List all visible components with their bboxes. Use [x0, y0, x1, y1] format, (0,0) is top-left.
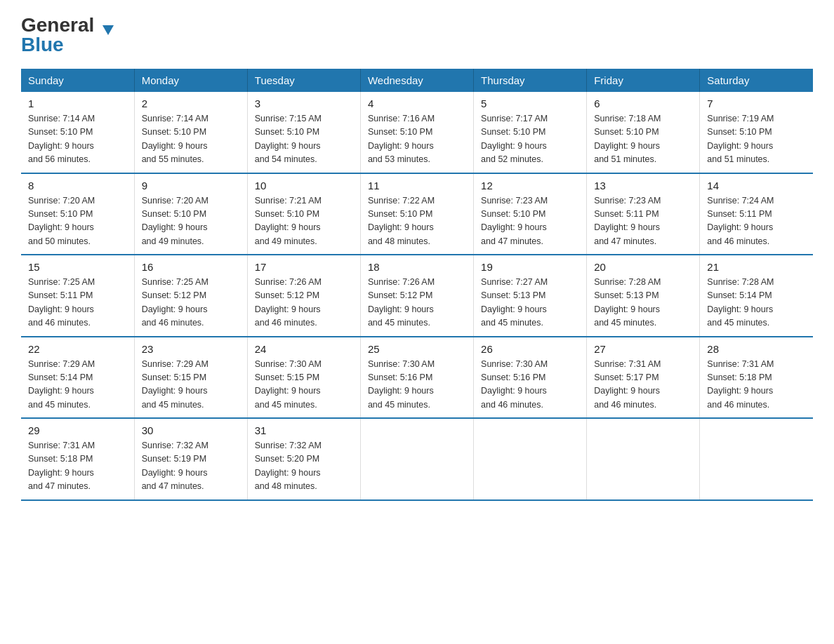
day-cell: 12Sunrise: 7:23 AMSunset: 5:10 PMDayligh…	[474, 173, 587, 255]
day-info: Sunrise: 7:30 AMSunset: 5:15 PMDaylight:…	[255, 358, 353, 412]
day-cell: 7Sunrise: 7:19 AMSunset: 5:10 PMDaylight…	[700, 92, 813, 173]
header-monday: Monday	[134, 69, 247, 92]
day-info: Sunrise: 7:26 AMSunset: 5:12 PMDaylight:…	[368, 276, 466, 330]
day-cell: 10Sunrise: 7:21 AMSunset: 5:10 PMDayligh…	[247, 173, 360, 255]
day-cell: 26Sunrise: 7:30 AMSunset: 5:16 PMDayligh…	[474, 337, 587, 419]
day-number: 20	[594, 261, 692, 273]
day-number: 26	[481, 343, 579, 355]
day-info: Sunrise: 7:29 AMSunset: 5:14 PMDaylight:…	[28, 358, 127, 412]
day-cell: 14Sunrise: 7:24 AMSunset: 5:11 PMDayligh…	[700, 173, 813, 255]
day-info: Sunrise: 7:25 AMSunset: 5:11 PMDaylight:…	[28, 276, 127, 330]
day-info: Sunrise: 7:18 AMSunset: 5:10 PMDaylight:…	[594, 112, 692, 167]
day-number: 12	[481, 180, 579, 192]
day-cell: 30Sunrise: 7:32 AMSunset: 5:19 PMDayligh…	[134, 418, 247, 500]
day-cell: 21Sunrise: 7:28 AMSunset: 5:14 PMDayligh…	[700, 255, 813, 337]
day-cell: 13Sunrise: 7:23 AMSunset: 5:11 PMDayligh…	[587, 173, 700, 255]
day-info: Sunrise: 7:30 AMSunset: 5:16 PMDaylight:…	[368, 358, 466, 412]
day-cell: 11Sunrise: 7:22 AMSunset: 5:10 PMDayligh…	[360, 173, 473, 255]
header-thursday: Thursday	[474, 69, 587, 92]
week-row-3: 15Sunrise: 7:25 AMSunset: 5:11 PMDayligh…	[21, 255, 813, 337]
day-info: Sunrise: 7:29 AMSunset: 5:15 PMDaylight:…	[142, 358, 240, 412]
day-cell	[587, 418, 700, 500]
day-cell: 25Sunrise: 7:30 AMSunset: 5:16 PMDayligh…	[360, 337, 473, 419]
day-cell	[474, 418, 587, 500]
header-wednesday: Wednesday	[360, 69, 473, 92]
day-info: Sunrise: 7:26 AMSunset: 5:12 PMDaylight:…	[255, 276, 353, 330]
day-number: 25	[368, 343, 466, 355]
day-cell: 16Sunrise: 7:25 AMSunset: 5:12 PMDayligh…	[134, 255, 247, 337]
day-number: 9	[142, 180, 240, 192]
day-info: Sunrise: 7:31 AMSunset: 5:18 PMDaylight:…	[707, 358, 806, 412]
page-header: General Blue	[21, 14, 813, 56]
day-cell	[700, 418, 813, 500]
day-cell: 29Sunrise: 7:31 AMSunset: 5:18 PMDayligh…	[21, 418, 134, 500]
day-info: Sunrise: 7:14 AMSunset: 5:10 PMDaylight:…	[28, 112, 127, 167]
day-info: Sunrise: 7:23 AMSunset: 5:10 PMDaylight:…	[481, 194, 579, 249]
day-cell: 4Sunrise: 7:16 AMSunset: 5:10 PMDaylight…	[360, 92, 473, 173]
day-number: 10	[255, 180, 353, 192]
day-info: Sunrise: 7:22 AMSunset: 5:10 PMDaylight:…	[368, 194, 466, 249]
day-info: Sunrise: 7:28 AMSunset: 5:13 PMDaylight:…	[594, 276, 692, 330]
day-cell: 31Sunrise: 7:32 AMSunset: 5:20 PMDayligh…	[247, 418, 360, 500]
calendar-table: SundayMondayTuesdayWednesdayThursdayFrid…	[21, 69, 813, 501]
day-info: Sunrise: 7:31 AMSunset: 5:18 PMDaylight:…	[28, 439, 127, 494]
day-cell: 28Sunrise: 7:31 AMSunset: 5:18 PMDayligh…	[700, 337, 813, 419]
day-number: 15	[28, 261, 127, 273]
day-number: 23	[142, 343, 240, 355]
day-info: Sunrise: 7:20 AMSunset: 5:10 PMDaylight:…	[142, 194, 240, 249]
day-cell	[360, 418, 473, 500]
day-cell: 6Sunrise: 7:18 AMSunset: 5:10 PMDaylight…	[587, 92, 700, 173]
day-number: 18	[368, 261, 466, 273]
day-number: 4	[368, 98, 466, 109]
day-cell: 1Sunrise: 7:14 AMSunset: 5:10 PMDaylight…	[21, 92, 134, 173]
day-cell: 18Sunrise: 7:26 AMSunset: 5:12 PMDayligh…	[360, 255, 473, 337]
day-number: 17	[255, 261, 353, 273]
day-cell: 15Sunrise: 7:25 AMSunset: 5:11 PMDayligh…	[21, 255, 134, 337]
day-info: Sunrise: 7:28 AMSunset: 5:14 PMDaylight:…	[707, 276, 806, 330]
day-number: 24	[255, 343, 353, 355]
day-cell: 3Sunrise: 7:15 AMSunset: 5:10 PMDaylight…	[247, 92, 360, 173]
day-number: 29	[28, 424, 127, 436]
day-number: 19	[481, 261, 579, 273]
day-info: Sunrise: 7:23 AMSunset: 5:11 PMDaylight:…	[594, 194, 692, 249]
day-info: Sunrise: 7:31 AMSunset: 5:17 PMDaylight:…	[594, 358, 692, 412]
day-number: 14	[707, 180, 806, 192]
day-cell: 23Sunrise: 7:29 AMSunset: 5:15 PMDayligh…	[134, 337, 247, 419]
logo: General Blue	[21, 14, 102, 56]
header-saturday: Saturday	[700, 69, 813, 92]
day-cell: 2Sunrise: 7:14 AMSunset: 5:10 PMDaylight…	[134, 92, 247, 173]
day-cell: 27Sunrise: 7:31 AMSunset: 5:17 PMDayligh…	[587, 337, 700, 419]
day-info: Sunrise: 7:20 AMSunset: 5:10 PMDaylight:…	[28, 194, 127, 249]
header-sunday: Sunday	[21, 69, 134, 92]
week-row-2: 8Sunrise: 7:20 AMSunset: 5:10 PMDaylight…	[21, 173, 813, 255]
day-info: Sunrise: 7:24 AMSunset: 5:11 PMDaylight:…	[707, 194, 806, 249]
day-number: 3	[255, 98, 353, 109]
day-number: 31	[255, 424, 353, 436]
header-friday: Friday	[587, 69, 700, 92]
day-info: Sunrise: 7:16 AMSunset: 5:10 PMDaylight:…	[368, 112, 466, 167]
day-info: Sunrise: 7:30 AMSunset: 5:16 PMDaylight:…	[481, 358, 579, 412]
day-number: 7	[707, 98, 806, 109]
day-cell: 22Sunrise: 7:29 AMSunset: 5:14 PMDayligh…	[21, 337, 134, 419]
day-cell: 20Sunrise: 7:28 AMSunset: 5:13 PMDayligh…	[587, 255, 700, 337]
day-number: 2	[142, 98, 240, 109]
day-number: 28	[707, 343, 806, 355]
week-row-5: 29Sunrise: 7:31 AMSunset: 5:18 PMDayligh…	[21, 418, 813, 500]
day-cell: 17Sunrise: 7:26 AMSunset: 5:12 PMDayligh…	[247, 255, 360, 337]
day-number: 1	[28, 98, 127, 109]
day-info: Sunrise: 7:21 AMSunset: 5:10 PMDaylight:…	[255, 194, 353, 249]
svg-marker-0	[102, 25, 114, 35]
day-info: Sunrise: 7:25 AMSunset: 5:12 PMDaylight:…	[142, 276, 240, 330]
day-cell: 24Sunrise: 7:30 AMSunset: 5:15 PMDayligh…	[247, 337, 360, 419]
day-cell: 19Sunrise: 7:27 AMSunset: 5:13 PMDayligh…	[474, 255, 587, 337]
day-number: 30	[142, 424, 240, 436]
day-number: 21	[707, 261, 806, 273]
calendar-header-row: SundayMondayTuesdayWednesdayThursdayFrid…	[21, 69, 813, 92]
day-info: Sunrise: 7:17 AMSunset: 5:10 PMDaylight:…	[481, 112, 579, 167]
day-info: Sunrise: 7:15 AMSunset: 5:10 PMDaylight:…	[255, 112, 353, 167]
day-cell: 9Sunrise: 7:20 AMSunset: 5:10 PMDaylight…	[134, 173, 247, 255]
day-cell: 5Sunrise: 7:17 AMSunset: 5:10 PMDaylight…	[474, 92, 587, 173]
header-tuesday: Tuesday	[247, 69, 360, 92]
day-info: Sunrise: 7:19 AMSunset: 5:10 PMDaylight:…	[707, 112, 806, 167]
week-row-4: 22Sunrise: 7:29 AMSunset: 5:14 PMDayligh…	[21, 337, 813, 419]
